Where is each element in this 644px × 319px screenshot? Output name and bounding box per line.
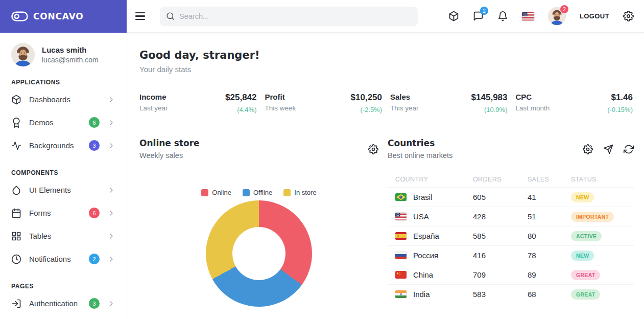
flag-china-icon <box>395 271 407 279</box>
forms-count-badge: 6 <box>89 208 100 218</box>
topbar-avatar-button[interactable]: 2 <box>548 7 566 25</box>
table-row-brasil: Brasil 605 41 NEW <box>388 187 634 207</box>
sales-value: 51 <box>528 212 571 221</box>
stat-change: (-0.15%) <box>607 106 633 113</box>
sidebar-nav-pages: Authentication 3 <box>11 292 115 315</box>
box-icon <box>11 95 21 105</box>
sales-value: 80 <box>528 232 571 240</box>
calendar-icon <box>11 208 21 218</box>
status-badge: GREAT <box>571 289 600 300</box>
sidebar-item-label: Forms <box>29 209 81 217</box>
search-input[interactable] <box>179 12 412 20</box>
hamburger-menu-button[interactable] <box>135 11 149 22</box>
search-icon <box>166 12 175 20</box>
user-info: Lucas smith lucas@smith.com <box>42 45 99 64</box>
column-header-country: COUNTRY <box>395 176 473 183</box>
sidebar-item-label: Authentication <box>29 299 81 308</box>
stat-label: Income <box>139 93 168 101</box>
donut-chart[interactable] <box>206 200 312 307</box>
column-header-sales: SALES <box>528 176 571 183</box>
apps-box-icon[interactable] <box>448 11 459 21</box>
grid-icon <box>11 231 21 241</box>
legend-item-offline[interactable]: Offline <box>243 189 272 196</box>
sidebar-item-demos[interactable]: Demos 6 <box>11 111 115 134</box>
sidebar-item-label: UI Elements <box>29 186 100 194</box>
stat-label: Sales <box>390 93 419 101</box>
chevron-right-icon <box>107 119 115 127</box>
topbar: 2 <box>127 0 644 33</box>
sidebar-section-components: COMPONENTS <box>11 169 115 176</box>
stat-change: (10.9%) <box>471 106 508 113</box>
sidebar-item-label: Demos <box>29 118 81 127</box>
sidebar-item-ui-elements[interactable]: UI Elements <box>11 178 115 201</box>
countries-card: Countries Best online markets <box>388 138 634 307</box>
country-name: China <box>413 270 433 279</box>
logout-button[interactable]: LOGOUT <box>580 12 609 20</box>
authentication-count-badge: 3 <box>89 298 100 309</box>
chevron-right-icon <box>107 96 115 104</box>
stat-value: $1.46 <box>607 93 633 103</box>
chevron-right-icon <box>107 255 115 263</box>
sidebar-item-notifications[interactable]: Notifications 2 <box>11 247 115 270</box>
backgrounds-count-badge: 3 <box>89 140 100 151</box>
user-email: lucas@smith.com <box>42 56 99 64</box>
legend-label: Offline <box>253 189 272 196</box>
activity-icon <box>11 141 21 151</box>
stat-change: (4.4%) <box>225 106 256 113</box>
sidebar-item-dashboards[interactable]: Dashboards <box>11 88 115 111</box>
sidebar-item-authentication[interactable]: Authentication 3 <box>11 292 115 315</box>
flag-brazil-icon <box>395 193 407 201</box>
messages-badge: 2 <box>480 7 488 15</box>
online-store-card: Online store Weekly sales Online <box>139 138 378 307</box>
refresh-icon[interactable] <box>624 144 634 154</box>
settings-gear-icon[interactable] <box>623 11 634 21</box>
chevron-right-icon <box>107 300 115 308</box>
stat-cpc: CPC Last month $1.46 (-0.15%) <box>516 93 633 113</box>
stat-label: CPC <box>516 93 550 101</box>
table-settings-gear-icon[interactable] <box>583 144 593 154</box>
app-root: CONCAVO Lucas smith <box>0 0 644 319</box>
sidebar-item-label: Backgrounds <box>29 141 81 150</box>
stat-sublabel: This year <box>390 104 419 112</box>
status-badge: NEW <box>571 192 594 202</box>
legend-item-in-store[interactable]: In store <box>283 189 316 196</box>
flag-india-icon <box>395 290 407 298</box>
orders-value: 605 <box>473 193 528 201</box>
page-subtitle: Your daily stats <box>139 65 634 74</box>
orders-value: 428 <box>473 212 528 221</box>
demos-count-badge: 6 <box>89 117 100 128</box>
chart-legend: Online Offline In store <box>139 189 378 196</box>
status-badge: IMPORTANT <box>571 212 614 222</box>
legend-item-online[interactable]: Online <box>201 189 231 196</box>
country-name: India <box>413 290 430 299</box>
stat-sublabel: Last month <box>516 104 550 112</box>
brand-name: CONCAVO <box>33 11 84 21</box>
main-content: Good day, stranger! Your daily stats Inc… <box>127 33 644 319</box>
bell-icon[interactable] <box>497 11 508 21</box>
legend-swatch-online <box>201 189 208 196</box>
card-title: Countries <box>388 138 452 148</box>
send-icon[interactable] <box>603 144 613 154</box>
stat-sublabel: Last year <box>139 104 168 112</box>
sidebar-item-forms[interactable]: Forms 6 <box>11 201 115 224</box>
sidebar-section-applications: APPLICATIONS <box>11 79 115 86</box>
chart-settings-gear-icon[interactable] <box>368 144 378 154</box>
sidebar-item-label: Tables <box>29 232 100 240</box>
award-icon <box>11 118 21 128</box>
notifications-count-badge: 2 <box>89 254 100 264</box>
stat-sublabel: This week <box>265 104 296 112</box>
stat-income: Income Last year $25,842 (4.4%) <box>139 93 257 113</box>
sidebar-item-backgrounds[interactable]: Backgrounds 3 <box>11 134 115 157</box>
language-flag-us[interactable] <box>522 12 534 20</box>
orders-value: 583 <box>473 290 528 299</box>
brand-header[interactable]: CONCAVO <box>0 0 127 33</box>
orders-value: 585 <box>473 232 528 240</box>
card-title: Online store <box>139 138 200 148</box>
table-row-russia: Россия 416 78 NEW <box>388 245 634 265</box>
sidebar-item-tables[interactable]: Tables <box>11 224 115 247</box>
sidebar-user-card[interactable]: Lucas smith lucas@smith.com <box>11 43 115 66</box>
stat-sales: Sales This year $145,983 (10.9%) <box>390 93 508 113</box>
messages-icon[interactable]: 2 <box>473 11 484 21</box>
column-header-status: STATUS <box>571 176 626 183</box>
status-badge: ACTIVE <box>571 231 602 241</box>
